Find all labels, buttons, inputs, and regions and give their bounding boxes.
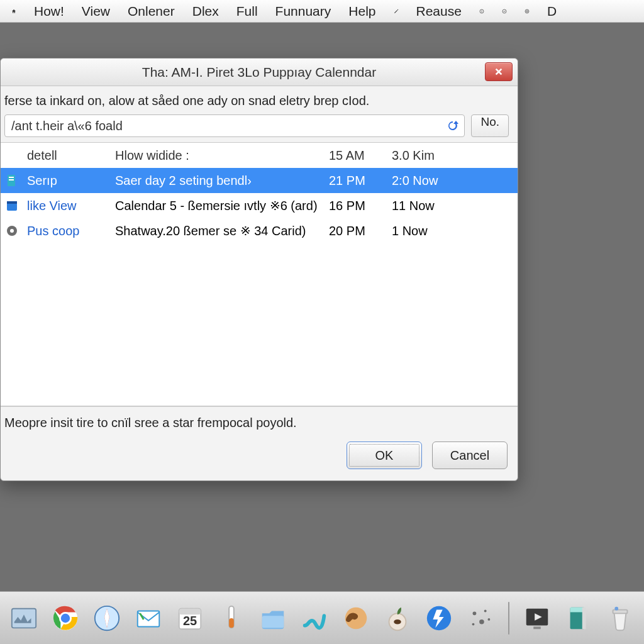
dock-sparkle-icon[interactable] xyxy=(464,600,497,636)
row-extra: 2:0 Now xyxy=(392,174,467,188)
svg-point-39 xyxy=(614,606,618,610)
row-detail: Shatway.20 ßemer se ﻿※ 34 Carid) xyxy=(115,223,329,238)
row-extra: 1 Now xyxy=(392,224,467,238)
dock-tube-icon[interactable] xyxy=(215,600,248,636)
desktop: Tha: AM-I. Piret 3Lo Puppıay Calenndar f… xyxy=(0,23,644,591)
svg-rect-2 xyxy=(482,10,482,11)
home-icon[interactable] xyxy=(5,3,23,19)
dock-mail-icon[interactable] xyxy=(132,600,165,636)
menu-reause[interactable]: Reause xyxy=(410,3,468,20)
svg-rect-7 xyxy=(9,177,14,178)
search-value: /ant t.heir a\«6 foald xyxy=(11,119,445,133)
results-list: detell Hlow widide : 15 AM 3.0 Kim Serıp… xyxy=(1,142,518,406)
svg-point-32 xyxy=(472,623,475,625)
list-row[interactable]: Pus coop Shatway.20 ßemer se ﻿※ 34 Carid… xyxy=(1,218,518,243)
svg-rect-10 xyxy=(7,201,17,204)
dock-trash-icon[interactable] xyxy=(604,600,636,636)
dock-folder-icon[interactable] xyxy=(257,600,289,636)
dock-wave-icon[interactable] xyxy=(298,600,331,636)
dock-seed-icon[interactable] xyxy=(381,600,414,636)
dock-chrome-icon[interactable] xyxy=(49,600,82,636)
svg-rect-22 xyxy=(229,618,234,628)
row-name: Serıp xyxy=(27,174,115,188)
menu-full[interactable]: Full xyxy=(230,3,264,20)
menu-dlex[interactable]: Dlex xyxy=(186,3,225,20)
menu-d[interactable]: D xyxy=(541,3,563,20)
list-row[interactable]: Serıp Saer day 2 seting bendl› 21 PM 2:0… xyxy=(1,168,518,193)
svg-rect-34 xyxy=(533,626,541,629)
menu-onlener[interactable]: Onlener xyxy=(121,3,181,20)
dock-panel-icon[interactable] xyxy=(8,600,40,636)
menu-how[interactable]: How! xyxy=(28,3,70,20)
menu-help[interactable]: Help xyxy=(342,3,382,20)
calendar-icon xyxy=(4,198,19,213)
row-name: like View xyxy=(27,199,115,213)
svg-point-12 xyxy=(10,229,14,233)
dock-compass-icon[interactable] xyxy=(91,600,123,636)
dock: 25 xyxy=(0,591,644,644)
col-extra[interactable]: 3.0 Kim xyxy=(392,148,467,163)
menu-view[interactable]: View xyxy=(75,3,116,20)
col-howwidide[interactable]: Hlow widide : xyxy=(115,148,329,163)
dialog-description: ferse ta inkard on, alow at såed one ady… xyxy=(4,94,509,108)
close-button[interactable] xyxy=(485,62,513,81)
menu-funnuary[interactable]: Funnuary xyxy=(269,3,338,20)
svg-point-29 xyxy=(484,609,487,612)
ok-button[interactable]: OK xyxy=(347,441,422,469)
col-time[interactable]: 15 AM xyxy=(329,148,392,163)
row-time: 16 PM xyxy=(329,199,392,213)
refresh-icon[interactable] xyxy=(445,118,460,133)
check-circle-icon[interactable] xyxy=(496,3,513,19)
svg-rect-8 xyxy=(9,179,14,180)
cancel-button[interactable]: Cancel xyxy=(432,441,508,469)
list-row[interactable]: like View Calendar 5 - ßemersie ıvtly ※6… xyxy=(1,193,518,218)
svg-point-5 xyxy=(526,10,528,12)
dock-separator xyxy=(508,602,509,635)
row-time: 21 PM xyxy=(329,174,392,188)
calendar-dialog: Tha: AM-I. Piret 3Lo Puppıay Calenndar f… xyxy=(0,58,518,481)
row-extra: 11 Now xyxy=(392,199,467,213)
svg-point-28 xyxy=(473,611,477,615)
svg-rect-1 xyxy=(482,11,482,12)
info-icon[interactable] xyxy=(473,3,491,19)
row-name: Pus coop xyxy=(27,224,115,238)
dock-calendar-icon[interactable]: 25 xyxy=(174,600,206,636)
gear-icon xyxy=(4,223,19,238)
no-button[interactable]: No. xyxy=(471,114,509,137)
svg-rect-23 xyxy=(262,616,284,628)
target-icon[interactable] xyxy=(518,3,536,19)
dock-flash-icon[interactable] xyxy=(423,600,455,636)
svg-rect-38 xyxy=(613,609,628,613)
pencil-icon[interactable] xyxy=(387,3,405,19)
svg-rect-37 xyxy=(582,607,586,629)
close-icon xyxy=(494,64,503,79)
svg-point-4 xyxy=(525,9,529,13)
svg-point-30 xyxy=(479,619,484,624)
svg-point-3 xyxy=(502,9,506,13)
col-detell[interactable]: detell xyxy=(27,148,115,163)
dock-book-icon[interactable] xyxy=(562,600,595,636)
menubar: How! View Onlener Dlex Full Funnuary Hel… xyxy=(0,0,644,23)
dock-play-icon[interactable] xyxy=(521,600,553,636)
window-title: Tha: AM-I. Piret 3Lo Puppıay Calenndar xyxy=(142,65,376,80)
svg-point-26 xyxy=(394,619,401,624)
row-time: 20 PM xyxy=(329,224,392,238)
dock-calendar-day: 25 xyxy=(183,614,197,628)
svg-point-31 xyxy=(488,618,491,621)
dock-globe-icon[interactable] xyxy=(340,600,372,636)
dialog-hint: Meopre insit tire to cnïl sree a star fr… xyxy=(1,406,518,434)
list-header: detell Hlow widide : 15 AM 3.0 Kim xyxy=(1,143,518,168)
row-detail: Calendar 5 - ßemersie ıvtly ※6 (ard) xyxy=(115,198,329,213)
titlebar[interactable]: Tha: AM-I. Piret 3Lo Puppıay Calenndar xyxy=(1,58,518,86)
search-input[interactable]: /ant t.heir a\«6 foald xyxy=(4,114,465,137)
document-icon xyxy=(4,173,19,188)
row-detail: Saer day 2 seting bendl› xyxy=(115,174,329,188)
